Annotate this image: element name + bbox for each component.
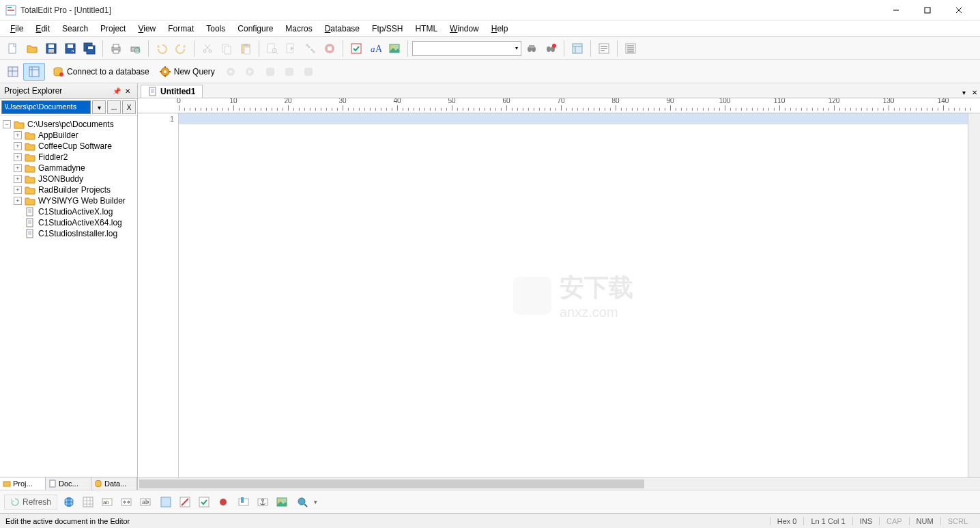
path-browse-button[interactable]: ...: [107, 100, 121, 114]
vertical-scrollbar[interactable]: [968, 113, 980, 477]
select-mode-button[interactable]: [157, 493, 175, 511]
tab-label: Untitled1: [160, 87, 195, 96]
tab-documents[interactable]: Doc...: [46, 477, 91, 490]
menu-macros[interactable]: Macros: [279, 22, 318, 36]
title-bar: TotalEdit Pro - [Untitled1]: [0, 0, 980, 20]
execute-button[interactable]: [222, 63, 240, 81]
db3-button[interactable]: [300, 63, 317, 81]
menu-configure[interactable]: Configure: [231, 22, 279, 36]
svg-rect-4: [925, 8, 930, 13]
highlight-button[interactable]: ab: [98, 493, 116, 511]
search-combobox[interactable]: ▾: [412, 41, 521, 56]
save-button[interactable]: [42, 40, 60, 57]
image-button[interactable]: [386, 40, 403, 57]
record-button[interactable]: [214, 493, 232, 511]
tree-file[interactable]: C1StudiosInstaller.log: [1, 228, 136, 239]
open-file-button[interactable]: [23, 40, 41, 57]
tree-folder[interactable]: +RadBuilder Projects: [1, 184, 136, 195]
font-button[interactable]: aA: [366, 40, 384, 57]
path-dropdown-button[interactable]: ▾: [92, 100, 106, 114]
tree-folder[interactable]: −C:\Users\pc\Documents: [1, 119, 136, 130]
layout-button[interactable]: [568, 40, 586, 57]
menu-edit[interactable]: Edit: [29, 22, 56, 36]
tab-database[interactable]: Data...: [91, 477, 137, 490]
connect-database-button[interactable]: Connect to a database: [48, 64, 154, 80]
binoculars-icon[interactable]: [523, 40, 541, 57]
menu-help[interactable]: Help: [485, 22, 515, 36]
path-clear-button[interactable]: X: [122, 100, 136, 114]
whitespace-button[interactable]: ab: [136, 493, 154, 511]
menu-search[interactable]: Search: [56, 22, 94, 36]
panel-close-icon[interactable]: ✕: [122, 85, 133, 96]
refresh-button[interactable]: Refresh: [4, 495, 57, 510]
menu-file[interactable]: File: [4, 22, 29, 36]
check-mode-button[interactable]: [195, 493, 213, 511]
tab-chars-button[interactable]: [117, 493, 135, 511]
svg-line-124: [304, 504, 307, 507]
execute-step-button[interactable]: [241, 63, 259, 81]
wrap-button[interactable]: [595, 40, 613, 57]
menu-project[interactable]: Project: [94, 22, 132, 36]
show-grid-button[interactable]: [4, 63, 22, 81]
horizontal-scrollbar[interactable]: [138, 477, 980, 490]
grid-button[interactable]: [79, 493, 97, 511]
edit-mode-button[interactable]: [176, 493, 194, 511]
tab-projects[interactable]: Proj...: [0, 477, 46, 490]
menu-window[interactable]: Window: [444, 22, 485, 36]
tree-file[interactable]: C1StudioActiveX.log: [1, 206, 136, 217]
save-all-button[interactable]: [81, 40, 98, 57]
maximize-button[interactable]: [912, 0, 943, 20]
db2-button[interactable]: [280, 63, 298, 81]
undo-button[interactable]: [153, 40, 171, 57]
zoom-button[interactable]: [293, 493, 311, 511]
menu-format[interactable]: Format: [162, 22, 200, 36]
binoculars-go-icon[interactable]: [542, 40, 560, 57]
menu-html[interactable]: HTML: [409, 22, 444, 36]
paste-button[interactable]: [237, 40, 255, 57]
tree-folder[interactable]: +WYSIWYG Web Builder: [1, 195, 136, 206]
show-tree-button[interactable]: [23, 63, 45, 81]
pin-icon[interactable]: 📌: [111, 85, 122, 96]
save-as-button[interactable]: [61, 40, 79, 57]
svg-rect-112: [161, 497, 171, 507]
tab-menu-button[interactable]: ▾: [958, 87, 969, 98]
menu-view[interactable]: View: [132, 22, 162, 36]
new-file-button[interactable]: [4, 40, 22, 57]
cut-button[interactable]: [199, 40, 216, 57]
new-query-button[interactable]: New Query: [155, 64, 219, 80]
minimize-button[interactable]: [880, 0, 912, 20]
settings-button[interactable]: [302, 40, 319, 57]
tree-file[interactable]: C1StudioActiveX64.log: [1, 217, 136, 228]
svg-rect-117: [241, 497, 244, 503]
menu-ftpssh[interactable]: Ftp/SSH: [366, 22, 409, 36]
stop-button[interactable]: [321, 40, 338, 57]
insert-image-button[interactable]: [273, 493, 291, 511]
tree-folder[interactable]: +CoffeeCup Software: [1, 141, 136, 152]
tree-folder[interactable]: +Fiddler2: [1, 152, 136, 163]
spellcheck-button[interactable]: [347, 40, 365, 57]
menu-tools[interactable]: Tools: [200, 22, 231, 36]
menu-database[interactable]: Database: [319, 22, 366, 36]
path-input[interactable]: \Users\pc\Documents: [1, 100, 91, 114]
find-next-button[interactable]: [283, 40, 300, 57]
code-editor[interactable]: 安下载 anxz.com: [179, 113, 968, 477]
tree-folder[interactable]: +AppBuilder: [1, 130, 136, 141]
bookmark-button[interactable]: [235, 493, 253, 511]
zoom-dropdown-icon[interactable]: ▾: [314, 499, 317, 505]
tree-folder[interactable]: +JSONBuddy: [1, 173, 136, 184]
folder-tree[interactable]: −C:\Users\pc\Documents+AppBuilder+Coffee…: [0, 116, 137, 477]
svg-rect-17: [113, 44, 119, 48]
find-button[interactable]: [263, 40, 281, 57]
list-button[interactable]: [622, 40, 639, 57]
copy-button[interactable]: [218, 40, 235, 57]
close-button[interactable]: [943, 0, 975, 20]
tab-close-button[interactable]: ✕: [969, 87, 980, 98]
globe-button[interactable]: [60, 493, 78, 511]
tree-folder[interactable]: +Gammadyne: [1, 163, 136, 173]
db1-button[interactable]: [261, 63, 279, 81]
print-button[interactable]: [107, 40, 125, 57]
print-preview-button[interactable]: [126, 40, 144, 57]
anchor-button[interactable]: [254, 493, 272, 511]
redo-button[interactable]: [172, 40, 190, 57]
document-tab[interactable]: Untitled1: [141, 85, 203, 98]
